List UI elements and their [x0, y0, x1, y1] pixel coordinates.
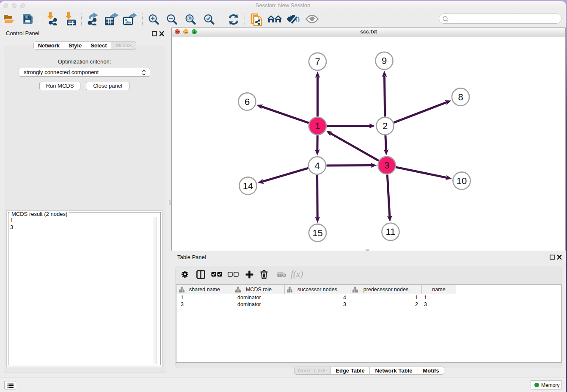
svg-text:6: 6: [245, 97, 250, 107]
svg-text:3: 3: [384, 160, 389, 171]
svg-text:2: 2: [383, 121, 388, 131]
svg-text:1: 1: [315, 121, 320, 131]
svg-text:9: 9: [382, 55, 387, 66]
svg-text:15: 15: [312, 228, 322, 238]
svg-text:14: 14: [243, 181, 253, 191]
svg-text:11: 11: [386, 226, 396, 237]
svg-text:10: 10: [457, 176, 467, 186]
svg-text:4: 4: [314, 160, 319, 171]
svg-text:8: 8: [458, 92, 463, 102]
svg-text:7: 7: [315, 56, 320, 67]
